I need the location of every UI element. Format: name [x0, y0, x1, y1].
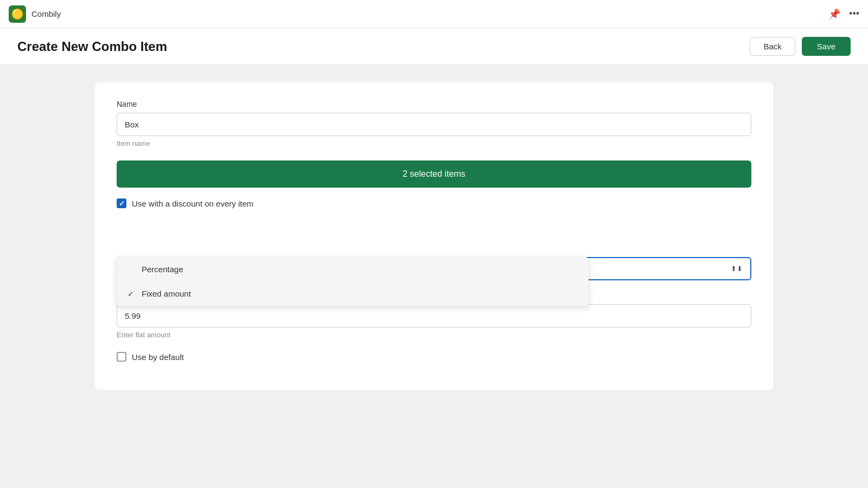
discount-type-menu: Percentage ✓ Fixed amount	[117, 257, 589, 306]
app-icon-symbol: 🟡	[11, 8, 23, 20]
topbar: 🟡 Combily 📌 •••	[0, 0, 868, 28]
main-content: Name Item name 2 selected items Use with…	[0, 65, 868, 407]
use-by-default-checkbox[interactable]	[117, 352, 126, 362]
form-card: Name Item name 2 selected items Use with…	[95, 82, 773, 390]
discount-checkbox[interactable]	[117, 198, 126, 208]
dropdown-option-fixed[interactable]: ✓ Fixed amount	[117, 281, 589, 306]
percentage-label: Percentage	[142, 265, 183, 274]
header-actions: Back Save	[750, 37, 851, 56]
fixed-checkmark: ✓	[127, 290, 136, 298]
name-label: Name	[117, 100, 751, 108]
header-bar: Create New Combo Item Back Save	[0, 28, 868, 65]
discount-checkbox-row: Use with a discount on every item	[117, 198, 751, 208]
save-button[interactable]: Save	[802, 37, 851, 56]
name-input[interactable]	[117, 113, 751, 136]
selected-items-button[interactable]: 2 selected items	[117, 160, 751, 188]
topbar-left: 🟡 Combily	[9, 5, 61, 23]
dropdown-arrow-icon: ⬆⬇	[731, 265, 743, 273]
app-icon: 🟡	[9, 5, 26, 23]
app-name: Combily	[31, 9, 61, 18]
discount-type-dropdown-wrapper: Percentage ✓ Fixed amount ⬆⬇	[117, 257, 751, 280]
fixed-label: Fixed amount	[142, 289, 191, 298]
name-hint: Item name	[117, 139, 751, 147]
use-by-default-checkbox-row: Use by default	[117, 352, 751, 362]
value-hint: Enter flat amount	[117, 331, 751, 339]
discount-checkbox-label: Use with a discount on every item	[132, 199, 253, 208]
use-by-default-label: Use by default	[132, 352, 184, 362]
topbar-right: 📌 •••	[828, 8, 859, 20]
page-title: Create New Combo Item	[17, 39, 167, 54]
value-input[interactable]	[117, 304, 751, 328]
pin-icon[interactable]: 📌	[828, 8, 840, 20]
more-options-icon[interactable]: •••	[849, 8, 859, 20]
back-button[interactable]: Back	[750, 37, 795, 56]
dropdown-option-percentage[interactable]: Percentage	[117, 257, 589, 281]
name-field-group: Name Item name	[117, 100, 751, 147]
